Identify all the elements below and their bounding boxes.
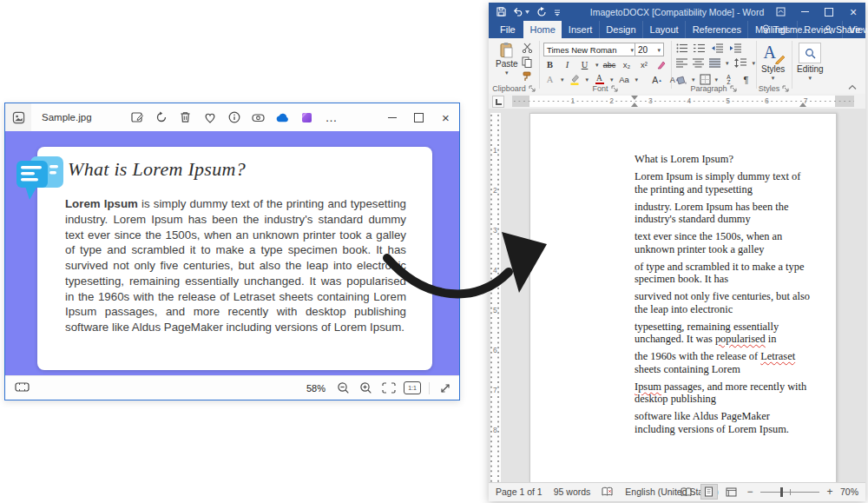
customize-quick-access-icon[interactable] bbox=[554, 8, 561, 17]
save-to-onedrive-icon[interactable] bbox=[275, 110, 290, 125]
print-icon[interactable] bbox=[251, 110, 266, 125]
zoom-in-icon[interactable] bbox=[358, 381, 373, 395]
zoom-level[interactable]: 70% bbox=[840, 486, 858, 497]
delete-icon[interactable] bbox=[178, 110, 193, 125]
doc-paragraph[interactable]: Ipsum passages, and more recently with d… bbox=[635, 381, 812, 406]
paste-button[interactable]: Paste ▾ bbox=[496, 42, 518, 76]
misspelled-word[interactable]: popularised bbox=[715, 333, 766, 345]
strikethrough-button[interactable]: abc bbox=[603, 58, 616, 71]
dialog-launcher-icon[interactable] bbox=[611, 85, 618, 92]
document-page[interactable]: What is Lorem Ipsum?Lorem Ipsum is simpl… bbox=[529, 113, 837, 483]
tab-file[interactable]: File bbox=[489, 21, 527, 38]
zoom-slider[interactable] bbox=[760, 486, 819, 497]
bullets-button[interactable] bbox=[676, 43, 688, 53]
doc-paragraph[interactable]: the 1960s with the release of Letraset s… bbox=[635, 350, 812, 375]
save-icon[interactable] bbox=[496, 7, 506, 17]
close-icon[interactable]: × bbox=[841, 3, 865, 21]
tab-home[interactable]: Home bbox=[523, 21, 562, 38]
doc-paragraph[interactable]: of type and scrambled it to make a type … bbox=[635, 261, 812, 286]
photos-titlebar: Sample.jpg bbox=[5, 103, 459, 131]
subscript-button[interactable]: x₂ bbox=[621, 58, 634, 71]
redo-icon[interactable] bbox=[536, 7, 547, 17]
word-count[interactable]: 95 words bbox=[554, 486, 591, 497]
dialog-launcher-icon[interactable] bbox=[529, 85, 536, 92]
photos-window: Sample.jpg bbox=[4, 103, 460, 400]
close-icon[interactable]: × bbox=[432, 103, 459, 131]
minimize-icon[interactable] bbox=[792, 3, 817, 21]
doc-paragraph[interactable]: typesetting, remaining essentially uncha… bbox=[635, 321, 812, 346]
minimize-icon[interactable] bbox=[378, 103, 405, 131]
dialog-launcher-icon[interactable] bbox=[782, 85, 789, 92]
page-indicator[interactable]: Page 1 of 1 bbox=[496, 486, 542, 497]
superscript-button[interactable]: x² bbox=[638, 58, 651, 71]
favorite-icon[interactable] bbox=[202, 110, 217, 125]
zoom-in-button[interactable]: + bbox=[825, 486, 834, 498]
copy-button[interactable] bbox=[522, 56, 532, 68]
zoom-out-button[interactable]: − bbox=[746, 486, 754, 498]
bold-button[interactable]: B bbox=[543, 58, 556, 71]
dialog-launcher-icon[interactable] bbox=[730, 85, 737, 92]
first-line-indent-marker[interactable] bbox=[631, 96, 638, 100]
edit-image-icon[interactable] bbox=[129, 110, 144, 125]
zoom-slider-thumb[interactable] bbox=[780, 487, 783, 497]
tab-selector[interactable] bbox=[492, 96, 504, 108]
doc-paragraph[interactable]: text ever since the 1500s, when an unkno… bbox=[635, 230, 812, 255]
photos-filename: Sample.jpg bbox=[42, 103, 92, 131]
zoom-out-icon[interactable] bbox=[336, 381, 351, 395]
cut-button[interactable] bbox=[522, 43, 533, 53]
underline-button[interactable]: U bbox=[578, 58, 591, 71]
doc-paragraph[interactable]: What is Lorem Ipsum? bbox=[635, 153, 812, 166]
maximize-icon[interactable] bbox=[817, 3, 841, 21]
justify-button[interactable] bbox=[709, 58, 720, 68]
misspelled-word[interactable]: Ipsum bbox=[635, 381, 661, 393]
vertical-ruler[interactable]: 12345678 bbox=[490, 113, 501, 482]
maximize-icon[interactable] bbox=[405, 103, 432, 131]
italic-button[interactable]: I bbox=[561, 58, 574, 71]
misspelled-word[interactable]: Letraset bbox=[760, 350, 795, 362]
decrease-indent-button[interactable] bbox=[711, 43, 724, 53]
increase-indent-button[interactable] bbox=[729, 43, 742, 53]
tab-insert[interactable]: Insert bbox=[562, 21, 600, 38]
horizontal-ruler[interactable]: 1234567 bbox=[512, 96, 854, 107]
share-button[interactable]: Share bbox=[824, 21, 860, 38]
doc-paragraph[interactable]: survived not only five centuries, but al… bbox=[635, 290, 812, 315]
proofing-icon[interactable] bbox=[602, 486, 614, 497]
web-layout-icon[interactable] bbox=[724, 485, 740, 499]
word-window-controls: × bbox=[768, 3, 865, 21]
phonetic-guide-button[interactable] bbox=[655, 58, 668, 71]
clipboard-group-label: Clipboard bbox=[489, 84, 539, 93]
tab-references[interactable]: References bbox=[686, 21, 748, 38]
align-center-button[interactable] bbox=[693, 58, 704, 68]
tab-layout[interactable]: Layout bbox=[643, 21, 686, 38]
filmstrip-icon[interactable] bbox=[15, 381, 30, 393]
align-left-button[interactable] bbox=[676, 58, 687, 68]
styles-button[interactable]: A Styles ▾ bbox=[761, 43, 785, 81]
numbering-button[interactable] bbox=[694, 43, 706, 53]
see-more-icon[interactable]: … bbox=[324, 110, 339, 125]
word-document-text[interactable]: What is Lorem Ipsum?Lorem Ipsum is simpl… bbox=[635, 153, 812, 440]
info-icon[interactable] bbox=[227, 110, 241, 125]
doc-paragraph[interactable]: industry. Lorem Ipsum has been the indus… bbox=[635, 201, 812, 226]
fullscreen-icon[interactable] bbox=[437, 381, 452, 395]
hanging-indent-marker[interactable] bbox=[631, 103, 638, 107]
photos-logo-icon bbox=[12, 111, 25, 124]
undo-icon[interactable] bbox=[513, 7, 529, 17]
underline-dropdown-icon[interactable]: ▾ bbox=[595, 62, 599, 68]
tab-design[interactable]: Design bbox=[600, 21, 643, 38]
doc-paragraph[interactable]: software like Aldus PageMaker including … bbox=[635, 410, 812, 435]
editing-button[interactable]: Editing ▾ bbox=[797, 43, 824, 81]
print-layout-icon[interactable] bbox=[700, 484, 718, 500]
line-spacing-button[interactable] bbox=[734, 58, 747, 68]
read-mode-icon[interactable] bbox=[679, 485, 694, 499]
format-painter-button[interactable] bbox=[522, 70, 533, 82]
font-size-combobox[interactable]: 20▾ bbox=[635, 43, 664, 56]
edit-create-icon[interactable] bbox=[299, 110, 314, 125]
ribbon-display-options-icon[interactable] bbox=[768, 3, 792, 21]
fit-to-window-icon[interactable] bbox=[381, 381, 396, 395]
actual-size-icon[interactable]: 1:1 bbox=[404, 381, 421, 394]
tell-me-box[interactable]: Tell me... bbox=[762, 21, 810, 38]
rotate-icon[interactable] bbox=[154, 110, 168, 125]
doc-paragraph[interactable]: Lorem Ipsum is simply dummy text of the … bbox=[635, 170, 812, 195]
collapse-ribbon-icon[interactable] bbox=[848, 84, 857, 90]
font-name-combobox[interactable]: Times New Roman▾ bbox=[543, 43, 637, 56]
